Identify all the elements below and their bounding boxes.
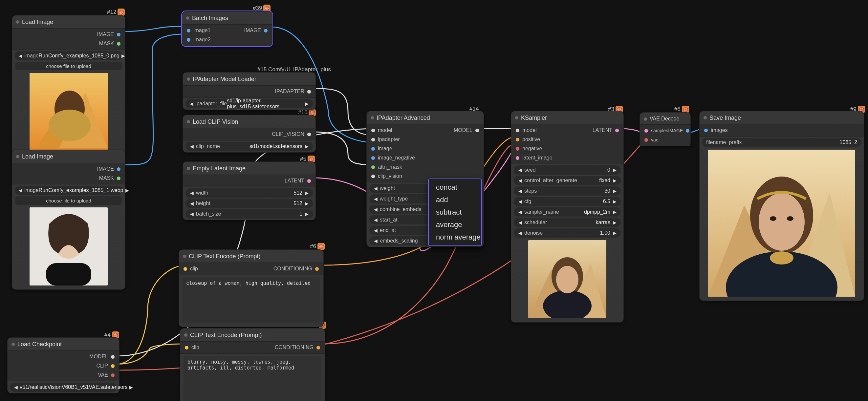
in-model[interactable]: model bbox=[373, 126, 415, 134]
node-save-image[interactable]: Save Image images filename_prefix 1085_2 bbox=[699, 111, 864, 301]
preview-image bbox=[528, 240, 606, 318]
out-model[interactable]: MODEL bbox=[89, 353, 113, 361]
arrow-right-icon[interactable]: ▶ bbox=[305, 101, 309, 106]
checkpoint-selector[interactable]: ◀ v51/realisticVisionV60B1_v51VAE.safete… bbox=[10, 382, 117, 392]
node-title: Save Image bbox=[700, 111, 864, 124]
in-latent[interactable]: latent_image bbox=[517, 154, 553, 162]
node-ipadapter-loader[interactable]: IPAdapter Model Loader IPADAPTER ◀ ipada… bbox=[183, 72, 316, 110]
node-title: KSampler bbox=[511, 111, 623, 124]
out-conditioning[interactable]: CONDITIONING bbox=[275, 343, 319, 352]
batch-size-field[interactable]: ◀batch_size1▶ bbox=[185, 209, 313, 219]
arrow-right-icon[interactable]: ▶ bbox=[304, 144, 309, 149]
node-empty-latent[interactable]: Empty Latent Image LATENT ◀width512▶ ◀he… bbox=[183, 162, 316, 220]
in-image-neg[interactable]: image_negative bbox=[373, 154, 415, 162]
out-model[interactable]: MODEL bbox=[454, 126, 478, 134]
node-title: VAE Decode bbox=[640, 112, 690, 124]
node-vae-decode[interactable]: VAE Decode samples vae IMAGE bbox=[640, 112, 691, 146]
in-image2[interactable]: image2 bbox=[188, 36, 211, 44]
image-selector[interactable]: ◀ image RunComfy_examples_1085_1.webp ▶ bbox=[15, 186, 122, 195]
svg-point-21 bbox=[787, 216, 794, 221]
control-after-generate-field[interactable]: ◀control_after_generatefixed▶ bbox=[514, 176, 621, 185]
node-title: Batch Images bbox=[182, 11, 272, 24]
queue-badge: #15 ComfyUI_IPAdapter_plus bbox=[257, 66, 331, 73]
node-load-image-1[interactable]: Load Image IMAGE MASK ◀ image RunComfy_e… bbox=[12, 15, 125, 155]
in-model[interactable]: model bbox=[517, 126, 553, 134]
arrow-left-icon[interactable]: ◀ bbox=[14, 385, 18, 390]
combine-embeds-dropdown[interactable]: concat add subtract average norm average bbox=[428, 178, 482, 246]
node-clip-text-encode-negative[interactable]: CLIP Text Encode (Prompt) clip CONDITION… bbox=[180, 328, 325, 401]
node-title: CLIP Text Encode (Prompt) bbox=[180, 329, 325, 341]
in-ipadapter[interactable]: ipadapter bbox=[373, 136, 415, 143]
arrow-right-icon[interactable]: ▶ bbox=[125, 188, 129, 193]
denoise-field[interactable]: ◀denoise1.00▶ bbox=[514, 228, 621, 238]
dropdown-option[interactable]: concat bbox=[429, 181, 481, 194]
cfg-field[interactable]: ◀cfg6.5▶ bbox=[514, 197, 621, 206]
out-image[interactable]: IMAGE bbox=[668, 127, 688, 135]
filename-prefix-field[interactable]: filename_prefix 1085_2 bbox=[702, 138, 861, 147]
node-load-image-2[interactable]: Load Image IMAGE MASK ◀ image RunComfy_e… bbox=[12, 149, 125, 290]
svg-point-20 bbox=[770, 216, 776, 221]
upload-button[interactable]: choose file to upload bbox=[16, 196, 122, 205]
queue-badge: #8 bbox=[674, 106, 689, 113]
dropdown-option[interactable]: add bbox=[429, 194, 481, 206]
queue-badge: #6 bbox=[310, 243, 325, 250]
node-load-clip-vision[interactable]: Load CLIP Vision CLIP_VISION ◀ clip_name… bbox=[183, 115, 316, 153]
arrow-left-icon[interactable]: ◀ bbox=[19, 188, 22, 193]
prompt-textarea[interactable]: blurry, noisy, messy, lowres, jpeg, arti… bbox=[184, 356, 321, 401]
node-batch-images[interactable]: Batch Images image1 image2 IMAGE bbox=[182, 11, 273, 46]
out-image[interactable]: IMAGE bbox=[97, 31, 119, 38]
preview-image bbox=[30, 207, 108, 286]
out-mask[interactable]: MASK bbox=[97, 40, 119, 47]
out-image[interactable]: IMAGE bbox=[244, 27, 266, 34]
node-load-checkpoint[interactable]: Load Checkpoint MODEL CLIP VAE ◀ v51/rea… bbox=[7, 337, 120, 394]
dropdown-option[interactable]: norm average bbox=[429, 231, 481, 243]
arrow-right-icon[interactable]: ▶ bbox=[129, 385, 133, 390]
node-title: Load Image bbox=[12, 150, 125, 163]
scheduler-field[interactable]: ◀schedulerkarras▶ bbox=[514, 218, 621, 227]
out-ipadapter[interactable]: IPADAPTER bbox=[275, 88, 310, 96]
in-clip[interactable]: clip bbox=[186, 343, 199, 352]
out-clip-vision[interactable]: CLIP_VISION bbox=[272, 130, 310, 138]
width-field[interactable]: ◀width512▶ bbox=[185, 188, 313, 198]
node-graph-canvas[interactable]: { "badges": { "n12": "#12", "n38": "#38"… bbox=[0, 0, 868, 401]
arrow-left-icon[interactable]: ◀ bbox=[189, 101, 193, 106]
ipadapter-file-selector[interactable]: ◀ ipadapter_file sd1/ip-adapter-plus_sd1… bbox=[185, 99, 313, 108]
upload-button[interactable]: choose file to upload bbox=[16, 62, 122, 70]
dropdown-option[interactable]: subtract bbox=[429, 206, 481, 219]
in-negative[interactable]: negative bbox=[517, 145, 553, 153]
in-image[interactable]: image bbox=[373, 145, 415, 153]
in-images[interactable]: images bbox=[706, 126, 728, 134]
seed-field[interactable]: ◀seed0▶ bbox=[514, 165, 621, 175]
node-ksampler[interactable]: KSampler model positive negative latent_… bbox=[511, 111, 624, 323]
out-conditioning[interactable]: CONDITIONING bbox=[274, 265, 317, 273]
out-vae[interactable]: VAE bbox=[89, 371, 113, 379]
image-selector[interactable]: ◀ image RunComfy_examples_1085_0.png ▶ bbox=[15, 51, 122, 60]
dropdown-option[interactable]: average bbox=[429, 219, 481, 231]
steps-field[interactable]: ◀steps30▶ bbox=[514, 187, 621, 196]
out-image[interactable]: IMAGE bbox=[97, 165, 119, 173]
svg-rect-7 bbox=[46, 263, 91, 286]
in-vae[interactable]: vae bbox=[646, 136, 668, 144]
in-samples[interactable]: samples bbox=[646, 127, 668, 135]
in-image1[interactable]: image1 bbox=[188, 27, 211, 34]
in-positive[interactable]: positive bbox=[517, 136, 553, 143]
out-clip[interactable]: CLIP bbox=[89, 362, 113, 370]
in-clip-vision[interactable]: clip_vision bbox=[373, 172, 415, 180]
arrow-right-icon[interactable]: ▶ bbox=[121, 53, 125, 58]
out-mask[interactable]: MASK bbox=[97, 174, 119, 182]
node-title: Load CLIP Vision bbox=[183, 115, 315, 128]
prompt-textarea[interactable]: closeup of a woman, high quality, detail… bbox=[182, 277, 320, 323]
arrow-left-icon[interactable]: ◀ bbox=[19, 53, 22, 58]
sampler-name-field[interactable]: ◀sampler_namedpmpp_2m▶ bbox=[514, 207, 621, 216]
arrow-left-icon[interactable]: ◀ bbox=[189, 144, 194, 149]
svg-point-19 bbox=[759, 193, 805, 251]
node-title: IPAdapter Model Loader bbox=[183, 72, 315, 85]
in-clip[interactable]: clip bbox=[185, 265, 198, 273]
svg-point-13 bbox=[556, 266, 579, 293]
out-latent[interactable]: LATENT bbox=[593, 126, 618, 134]
out-latent[interactable]: LATENT bbox=[285, 177, 310, 185]
in-attn-mask[interactable]: attn_mask bbox=[373, 163, 415, 171]
height-field[interactable]: ◀height512▶ bbox=[185, 199, 313, 208]
node-clip-text-encode-positive[interactable]: CLIP Text Encode (Prompt) clip CONDITION… bbox=[179, 249, 324, 327]
clip-name-selector[interactable]: ◀ clip_name sd1/model.safetensors ▶ bbox=[185, 142, 313, 151]
